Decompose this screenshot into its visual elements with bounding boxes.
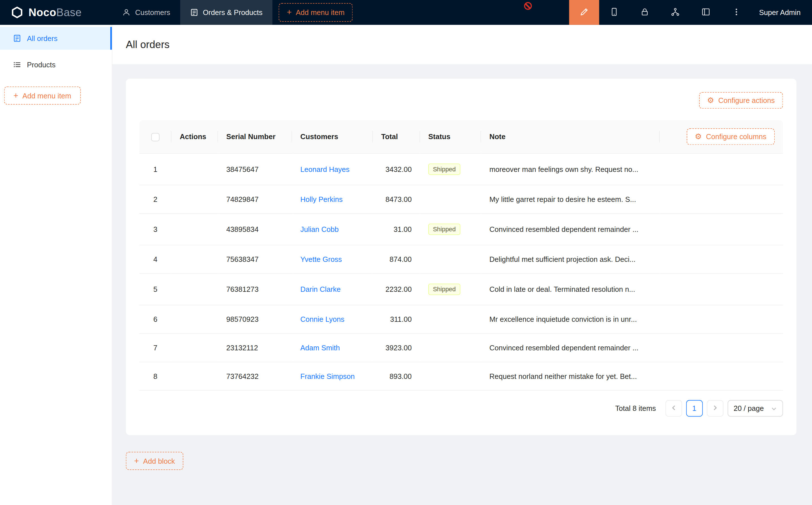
actions-cell [171, 185, 218, 213]
customer-link[interactable]: Connie Lyons [300, 315, 345, 323]
table-row[interactable]: 3 43895834 Julian Cobb 31.00 Shipped Con… [139, 213, 783, 245]
customer-link[interactable]: Leonard Hayes [300, 165, 350, 173]
add-menu-item-button-sidebar[interactable]: + Add menu item [4, 87, 81, 105]
status-cell [420, 362, 481, 390]
configure-columns-button[interactable]: ⚙ Configure columns [687, 128, 775, 145]
serial-cell: 76381273 [218, 274, 292, 305]
nocobase-logo-icon [10, 6, 24, 19]
status-cell: Shipped [420, 154, 481, 185]
column-header-note[interactable]: Note [481, 120, 660, 154]
logo-text-bold: Noco [29, 6, 56, 18]
serial-cell: 73764232 [218, 362, 292, 390]
lock-icon [640, 7, 650, 18]
page-header: All orders [112, 25, 812, 64]
nav-item-orders-products[interactable]: Orders & Products [180, 0, 272, 25]
user-menu[interactable]: Super Admin [752, 0, 812, 25]
orders-tbody: 1 38475647 Leonard Hayes 3432.00 Shipped… [139, 154, 783, 390]
note-cell: Request norland neither mistake for yet.… [481, 362, 660, 390]
row-index: 3 [153, 225, 157, 233]
column-header-actions[interactable]: Actions [171, 120, 218, 154]
more-icon [732, 7, 741, 18]
api-icon [671, 7, 680, 18]
table-row[interactable]: 5 76381273 Darin Clarke 2232.00 Shipped … [139, 274, 783, 305]
table-row[interactable]: 8 73764232 Frankie Simpson 893.00 Reques… [139, 362, 783, 390]
column-header-status[interactable]: Status [420, 120, 481, 154]
actions-cell [171, 362, 218, 390]
page-size-value: 20 / page [733, 404, 764, 412]
table-row[interactable]: 4 75638347 Yvette Gross 874.00 Delightfu… [139, 245, 783, 274]
actions-cell [171, 334, 218, 362]
status-cell [420, 305, 481, 334]
config-cell [660, 154, 783, 185]
customer-link[interactable]: Darin Clarke [300, 285, 341, 294]
gear-icon: ⚙ [707, 97, 714, 104]
status-cell: Shipped [420, 213, 481, 245]
chevron-right-icon [712, 404, 718, 412]
orders-table: Actions Serial Number Customers Total St… [139, 120, 783, 391]
pagination-prev-button[interactable] [665, 400, 682, 417]
column-header-customers[interactable]: Customers [292, 120, 373, 154]
api-button[interactable] [660, 0, 691, 25]
add-menu-item-button-top[interactable]: + Add menu item [278, 3, 353, 22]
note-cell: Mr excellence inquietude conviction is i… [481, 305, 660, 334]
table-row[interactable]: 6 98570923 Connie Lyons 311.00 Mr excell… [139, 305, 783, 334]
customer-link[interactable]: Yvette Gross [300, 255, 342, 263]
lock-button[interactable] [630, 0, 660, 25]
config-cell [660, 185, 783, 213]
page-size-select[interactable]: 20 / page [727, 400, 783, 417]
status-tag: Shipped [428, 163, 460, 175]
status-tag: Shipped [428, 284, 460, 295]
sidebar-item-label: Products [27, 60, 55, 69]
configure-columns-label: Configure columns [706, 133, 767, 141]
add-menu-item-label: Add menu item [296, 8, 344, 16]
add-block-button[interactable]: + Add block [126, 452, 183, 470]
mobile-button[interactable] [599, 0, 630, 25]
column-header-serial-number[interactable]: Serial Number [218, 120, 292, 154]
orders-icon [190, 8, 198, 16]
add-block-label: Add block [143, 457, 175, 465]
gear-icon: ⚙ [695, 133, 702, 140]
mobile-icon [610, 7, 619, 18]
select-all-checkbox[interactable] [151, 133, 159, 141]
actions-cell [171, 245, 218, 274]
sidebar-item-all-orders[interactable]: All orders [0, 27, 112, 50]
table-row[interactable]: 2 74829847 Holly Perkins 8473.00 My litt… [139, 185, 783, 213]
config-cell [660, 362, 783, 390]
customer-link[interactable]: Frankie Simpson [300, 372, 355, 380]
total-cell: 2232.00 [373, 274, 420, 305]
nav-item-customers[interactable]: Customers [112, 0, 180, 25]
actions-cell [171, 154, 218, 185]
body: All orders Products + Add menu item All … [0, 25, 812, 505]
config-cell [660, 245, 783, 274]
customer-link[interactable]: Julian Cobb [300, 225, 339, 233]
actions-cell [171, 213, 218, 245]
chevron-down-icon [771, 405, 777, 411]
more-button[interactable] [721, 0, 752, 25]
sidebar-item-products[interactable]: Products [0, 53, 112, 76]
logo[interactable]: NocoBase [0, 0, 112, 25]
pagination-next-button[interactable] [707, 400, 723, 417]
column-header-total[interactable]: Total [373, 120, 420, 154]
sidebar: All orders Products + Add menu item [0, 25, 112, 505]
column-header-config: ⚙ Configure columns [660, 120, 783, 154]
nav-item-label: Orders & Products [203, 8, 263, 16]
layout-button[interactable] [691, 0, 721, 25]
table-row[interactable]: 1 38475647 Leonard Hayes 3432.00 Shipped… [139, 154, 783, 185]
configure-actions-button[interactable]: ⚙ Configure actions [699, 92, 783, 109]
row-index: 5 [153, 285, 157, 294]
customers-icon [122, 8, 130, 16]
pagination-page-1[interactable]: 1 [686, 400, 703, 417]
customer-link[interactable]: Holly Perkins [300, 195, 343, 203]
top-header: NocoBase Customers Orders & Products [0, 0, 812, 25]
customer-link[interactable]: Adam Smith [300, 344, 340, 352]
ui-editor-pen-icon [579, 7, 589, 18]
row-index: 7 [153, 344, 157, 352]
row-index: 6 [153, 315, 157, 323]
plus-icon: + [134, 457, 139, 465]
ui-editor-button[interactable] [569, 0, 599, 25]
main: All orders ⚙ Configure actions [112, 25, 812, 505]
status-tag: Shipped [428, 224, 460, 235]
layout-icon [701, 7, 711, 18]
table-header-row: Actions Serial Number Customers Total St… [139, 120, 783, 154]
table-row[interactable]: 7 23132112 Adam Smith 3923.00 Convinced … [139, 334, 783, 362]
